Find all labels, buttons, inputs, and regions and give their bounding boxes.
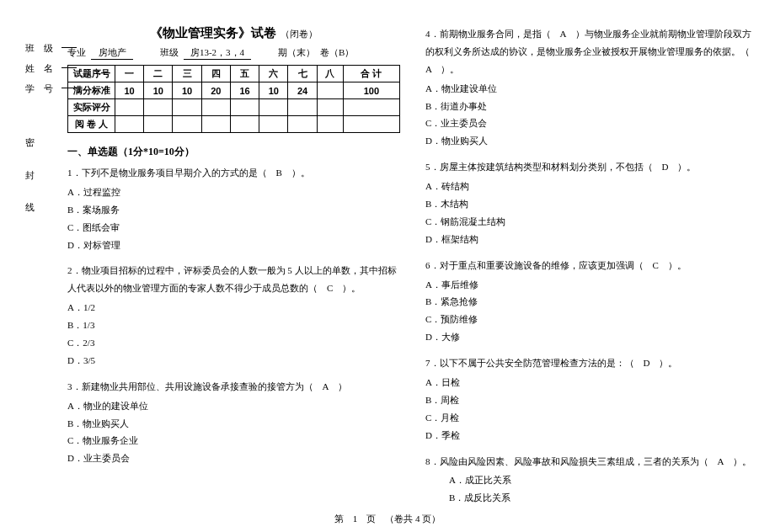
q6-c: C．预防维修 <box>425 311 758 328</box>
q6-a: A．事后维修 <box>425 276 758 294</box>
q2-d: D．3/5 <box>67 352 400 370</box>
class-value: 房13-2，3，4 <box>184 46 251 60</box>
q3-d: D．业主委员会 <box>67 450 400 467</box>
left-column: 《物业管理实务》试卷 （闭卷） 专业 房地产 班级 房13-2，3，4 期（末）… <box>67 25 400 515</box>
closed-note: （闭卷） <box>281 29 318 39</box>
table-row: 满分标准 10 10 10 20 16 10 24 100 <box>68 82 400 99</box>
q4-b: B．街道办事处 <box>425 98 758 115</box>
table-row: 实际评分 <box>68 99 400 116</box>
q8-stem: 8．风险由风险因素、风险事故和风险损失三素组成，三者的关系为（ A ）。 <box>425 453 758 471</box>
binding-c: 线 <box>25 202 35 212</box>
q6-b: B．紧急抢修 <box>425 293 758 311</box>
q4-c: C．业主委员会 <box>425 114 758 132</box>
q1-a: A．过程监控 <box>67 184 400 201</box>
q6-d: D．大修 <box>425 328 758 346</box>
id-blank <box>61 78 77 88</box>
q4-a: A．物业建设单位 <box>425 80 758 98</box>
question-6: 6．对于重点和重要设施设备的维修，应该更加强调（ C ）。 A．事后维修 B．紧… <box>425 257 758 346</box>
score-table: 试题序号 一 二 三 四 五 六 七 八 合 计 满分标准 10 10 10 2… <box>67 65 400 133</box>
name-label: 姓 名 <box>25 58 53 78</box>
q3-b: B．物业购买人 <box>67 415 400 433</box>
meta-row: 专业 房地产 班级 房13-2，3，4 期（末） 卷（B） <box>67 46 400 60</box>
q7-c: C．月检 <box>425 409 758 427</box>
q1-d: D．对标管理 <box>67 237 400 254</box>
q5-a: A．砖结构 <box>425 178 758 195</box>
class-blank <box>61 38 77 48</box>
question-5: 5．房屋主体按建筑结构类型和材料划分类别，不包括（ D ）。 A．砖结构 B．木… <box>425 158 758 247</box>
q6-stem: 6．对于重点和重要设施设备的维修，应该更加强调（ C ）。 <box>425 257 758 274</box>
question-2: 2．物业项目招标的过程中，评标委员会的人数一般为 5 人以上的单数，其中招标人代… <box>67 262 400 369</box>
binding-b: 封 <box>25 170 35 180</box>
paper-label: 卷（B） <box>320 46 354 59</box>
q1-stem: 1．下列不是物业服务项目早期介入的方式的是（ B ）。 <box>67 164 400 182</box>
q2-a: A．1/2 <box>67 299 400 317</box>
q7-b: B．周检 <box>425 391 758 409</box>
classlbl: 班级 <box>160 46 179 59</box>
q3-a: A．物业的建设单位 <box>67 397 400 415</box>
class-label: 班 级 <box>25 38 53 58</box>
question-8: 8．风险由风险因素、风险事故和风险损失三素组成，三者的关系为（ A ）。 A．成… <box>425 453 758 508</box>
q8-b: B．成反比关系 <box>425 489 758 507</box>
binding-a: 密 <box>25 137 35 147</box>
q7-stem: 7．以下不属于公共安全防范管理检查方法的是：（ D ）。 <box>425 354 758 372</box>
q8-a: A．成正比关系 <box>425 471 758 489</box>
q7-d: D．季检 <box>425 427 758 444</box>
q2-c: C．2/3 <box>67 334 400 352</box>
q5-stem: 5．房屋主体按建筑结构类型和材料划分类别，不包括（ D ）。 <box>425 158 758 176</box>
term-label: 期（末） <box>278 46 315 59</box>
q2-b: B．1/3 <box>67 317 400 334</box>
student-info-block: 班 级 姓 名 学 号 <box>25 38 77 99</box>
q1-b: B．案场服务 <box>67 201 400 219</box>
title-text: 《物业管理实务》试卷 <box>150 25 276 40</box>
question-3: 3．新建物业共用部位、共用设施设备承接查验的接管方为（ A ） A．物业的建设单… <box>67 378 400 467</box>
id-label: 学 号 <box>25 78 53 98</box>
table-row: 试题序号 一 二 三 四 五 六 七 八 合 计 <box>68 66 400 82</box>
section-title: 一、单选题（1分*10=10分） <box>67 145 400 159</box>
name-blank <box>61 58 77 68</box>
q5-b: B．木结构 <box>425 195 758 213</box>
exam-title: 《物业管理实务》试卷 （闭卷） <box>67 25 400 41</box>
q3-c: C．物业服务企业 <box>67 432 400 450</box>
binding-line: 密 封 线 <box>25 126 35 224</box>
q4-d: D．物业购买人 <box>425 132 758 150</box>
right-column: 4．前期物业服务合同，是指（ A ）与物业服务企业就前期物业管理阶段双方的权利义… <box>425 25 758 515</box>
question-1: 1．下列不是物业服务项目早期介入的方式的是（ B ）。 A．过程监控 B．案场服… <box>67 164 400 253</box>
q1-c: C．图纸会审 <box>67 219 400 237</box>
q5-d: D．框架结构 <box>425 231 758 248</box>
question-4: 4．前期物业服务合同，是指（ A ）与物业服务企业就前期物业管理阶段双方的权利义… <box>425 25 758 150</box>
question-7: 7．以下不属于公共安全防范管理检查方法的是：（ D ）。 A．日检 B．周检 C… <box>425 354 758 444</box>
q3-stem: 3．新建物业共用部位、共用设施设备承接查验的接管方为（ A ） <box>67 378 400 396</box>
q7-a: A．日检 <box>425 374 758 391</box>
q2-stem: 2．物业项目招标的过程中，评标委员会的人数一般为 5 人以上的单数，其中招标人代… <box>67 262 400 297</box>
major-value: 房地产 <box>91 46 133 60</box>
page-footer: 第 1 页 （卷共 4 页） <box>0 513 775 525</box>
q5-c: C．钢筋混凝土结构 <box>425 213 758 231</box>
q4-stem: 4．前期物业服务合同，是指（ A ）与物业服务企业就前期物业管理阶段双方的权利义… <box>425 25 758 78</box>
table-row: 阅 卷 人 <box>68 116 400 133</box>
